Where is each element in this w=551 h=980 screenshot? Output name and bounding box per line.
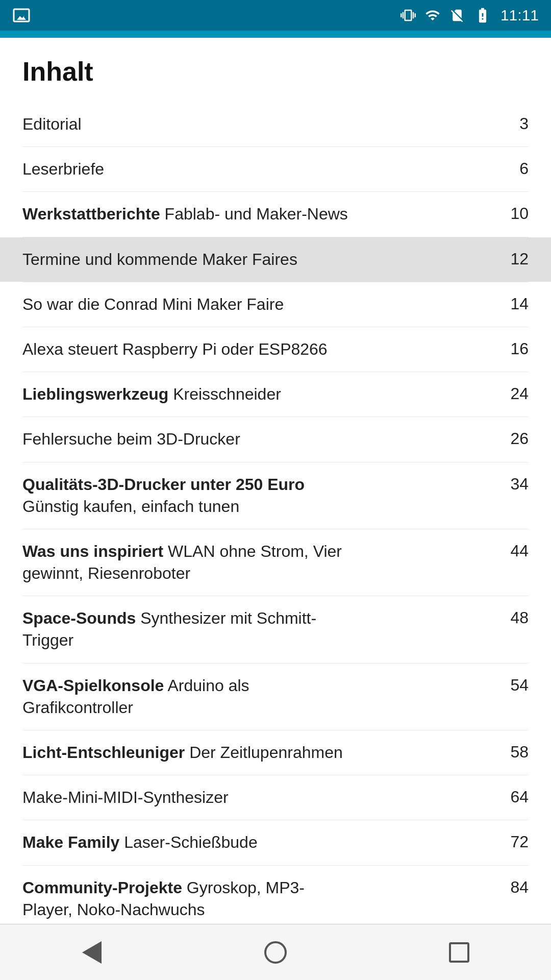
back-icon [82,941,102,964]
toc-bold-qualitaets3d: Qualitäts-3D-Drucker unter 250 Euro [22,475,305,494]
toc-item-page-community: 84 [503,877,529,897]
toc-item-text-spacesounds: Space-Sounds Synthesizer mit Schmitt- Tr… [22,607,503,651]
top-accent-bar [0,31,551,38]
toc-list: Editorial 3 Leserbriefe 6 Werkstattberic… [22,102,529,955]
toc-item-text-licht: Licht-Entschleuniger Der Zeitlupenrahmen [22,742,503,764]
toc-item-page-wasunsinsipiriert: 44 [503,541,529,560]
toc-bold-makefamily: Make Family [22,833,119,851]
toc-bold-wasunsinsipiriert: Was uns inspiriert [22,542,163,560]
toc-item-text-makefamily: Make Family Laser-Schießbude [22,831,503,853]
toc-item-termine[interactable]: Termine und kommende Maker Faires 12 [0,237,551,282]
toc-item-werkstattberichte[interactable]: Werkstattberichte Fablab- und Maker-News… [22,192,529,236]
toc-item-text-vga: VGA-Spielkonsole Arduino als Grafikcontr… [22,675,503,719]
toc-item-lieblingswerkzeug[interactable]: Lieblingswerkzeug Kreisschneider 24 [22,372,529,416]
status-bar-left [12,6,31,24]
vibrate-icon [400,8,416,23]
toc-item-page-conrad: 14 [503,293,529,313]
toc-item-text-makemidi: Make-Mini-MIDI-Synthesizer [22,787,503,808]
toc-item-alexa[interactable]: Alexa steuert Raspberry Pi oder ESP8266 … [22,327,529,372]
navigation-bar [0,924,551,980]
toc-item-text-editorial: Editorial [22,113,503,135]
toc-item-page-editorial: 3 [503,113,529,133]
toc-item-page-werkstattberichte: 10 [503,203,529,223]
toc-item-conrad[interactable]: So war die Conrad Mini Maker Faire 14 [22,282,529,327]
status-time: 11:11 [500,7,539,24]
toc-item-page-makemidi: 64 [503,787,529,806]
status-bar: 11:11 [0,0,551,31]
toc-item-text-wasunsinsipiriert: Was uns inspiriert WLAN ohne Strom, Vier… [22,541,503,584]
toc-bold-werkstattberichte: Werkstattberichte [22,205,160,223]
home-icon [264,941,287,964]
toc-item-fehlersuche[interactable]: Fehlersuche beim 3D-Drucker 26 [22,417,529,461]
toc-item-page-licht: 58 [503,742,529,762]
toc-item-text-lieblingswerkzeug: Lieblingswerkzeug Kreisschneider [22,383,503,405]
toc-item-text-fehlersuche: Fehlersuche beim 3D-Drucker [22,428,503,450]
toc-item-page-alexa: 16 [503,338,529,358]
toc-bold-licht: Licht-Entschleuniger [22,743,185,762]
photo-icon [12,6,31,24]
toc-item-qualitaets3d[interactable]: Qualitäts-3D-Drucker unter 250 Euro Güns… [22,462,529,529]
toc-item-page-spacesounds: 48 [503,607,529,627]
page-title: Inhalt [22,56,529,87]
toc-item-page-leserbriefe: 6 [503,158,529,178]
toc-item-page-lieblingswerkzeug: 24 [503,383,529,403]
toc-bold-vga: VGA-Spielkonsole [22,676,164,695]
toc-item-page-qualitaets3d: 34 [503,474,529,494]
toc-item-community[interactable]: Community-Projekte Gyroskop, MP3- Player… [22,866,529,932]
toc-item-text-termine: Termine und kommende Maker Faires [22,249,503,271]
toc-item-makemidi[interactable]: Make-Mini-MIDI-Synthesizer 64 [22,775,529,820]
toc-item-wasunsinsipiriert[interactable]: Was uns inspiriert WLAN ohne Strom, Vier… [22,529,529,596]
back-button[interactable] [61,932,122,973]
toc-item-makefamily[interactable]: Make Family Laser-Schießbude 72 [22,820,529,865]
battery-icon [474,7,491,24]
toc-bold-spacesounds: Space-Sounds [22,609,136,627]
content-area: Inhalt Editorial 3 Leserbriefe 6 Werksta… [0,38,551,955]
toc-item-text-werkstattberichte: Werkstattberichte Fablab- und Maker-News [22,203,503,225]
toc-item-page-makefamily: 72 [503,831,529,851]
toc-bold-lieblingswerkzeug: Lieblingswerkzeug [22,385,168,403]
recent-button[interactable] [429,932,490,973]
toc-item-licht[interactable]: Licht-Entschleuniger Der Zeitlupenrahmen… [22,730,529,775]
no-sim-icon [449,8,465,23]
toc-item-page-termine: 12 [503,249,529,268]
toc-item-text-qualitaets3d: Qualitäts-3D-Drucker unter 250 Euro Güns… [22,474,503,518]
toc-item-text-conrad: So war die Conrad Mini Maker Faire [22,293,503,315]
toc-item-spacesounds[interactable]: Space-Sounds Synthesizer mit Schmitt- Tr… [22,596,529,663]
recent-icon [449,942,469,963]
toc-item-editorial[interactable]: Editorial 3 [22,102,529,146]
toc-item-leserbriefe[interactable]: Leserbriefe 6 [22,147,529,191]
toc-item-vga[interactable]: VGA-Spielkonsole Arduino als Grafikcontr… [22,664,529,730]
toc-item-page-vga: 54 [503,675,529,695]
toc-item-page-fehlersuche: 26 [503,428,529,448]
toc-bold-community: Community-Projekte [22,878,182,897]
toc-item-text-alexa: Alexa steuert Raspberry Pi oder ESP8266 [22,338,503,360]
home-button[interactable] [245,932,306,973]
toc-item-text-community: Community-Projekte Gyroskop, MP3- Player… [22,877,503,921]
wifi-icon [425,8,440,23]
toc-item-text-leserbriefe: Leserbriefe [22,158,503,180]
